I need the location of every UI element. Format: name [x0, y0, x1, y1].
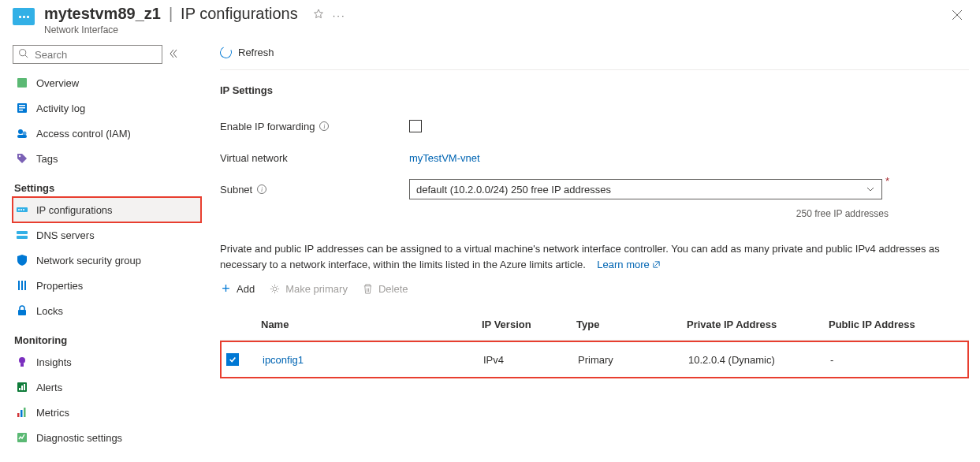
svg-point-12	[20, 209, 22, 211]
sidebar-item-label: Metrics	[36, 407, 69, 419]
svg-point-13	[23, 209, 24, 211]
sidebar-group-title: Monitoring	[14, 334, 201, 346]
virtual-network-link[interactable]: myTestVM-vnet	[409, 152, 480, 164]
row-ip-version: IPv4	[482, 354, 576, 366]
sidebar-item-label: DNS servers	[36, 229, 95, 241]
sidebar-item-dns[interactable]: DNS servers	[13, 222, 201, 248]
page-title: IP configurations	[181, 5, 298, 23]
chevron-down-icon	[866, 184, 875, 194]
svg-rect-19	[18, 310, 26, 315]
sidebar-item-metrics[interactable]: Metrics	[13, 400, 201, 425]
delete-button: Delete	[362, 283, 408, 295]
svg-rect-18	[24, 281, 26, 290]
description-text: Private and public IP addresses can be a…	[220, 243, 940, 270]
more-actions-icon[interactable]: ···	[333, 9, 346, 21]
metrics-icon	[16, 406, 28, 419]
info-icon[interactable]: i	[319, 121, 329, 131]
svg-point-20	[19, 357, 25, 363]
sidebar-item-label: IP configurations	[36, 204, 113, 216]
svg-rect-16	[18, 281, 20, 290]
row-name-link[interactable]: ipconfig1	[261, 354, 482, 366]
info-icon[interactable]: i	[257, 184, 266, 194]
row-type: Primary	[576, 354, 687, 366]
sidebar-item-label: Access control (IAM)	[36, 128, 131, 140]
svg-rect-28	[24, 408, 26, 417]
learn-more-link[interactable]: Learn more	[597, 259, 660, 270]
sidebar-item-label: Insights	[36, 356, 72, 368]
sidebar-item-properties[interactable]: Properties	[13, 273, 201, 298]
refresh-icon	[218, 45, 233, 60]
diag-icon	[16, 431, 28, 444]
ipconfig-icon	[16, 203, 28, 216]
subnet-selected-value: default (10.2.0.0/24) 250 free IP addres…	[416, 184, 611, 196]
svg-point-6	[18, 129, 23, 134]
enable-ip-forwarding-checkbox[interactable]	[409, 120, 422, 132]
col-private-ip: Private IP Address	[685, 319, 827, 330]
sidebar-item-activitylog[interactable]: Activity log	[13, 95, 201, 121]
sidebar-item-nsg[interactable]: Network security group	[13, 248, 201, 273]
sidebar-item-insights[interactable]: Insights	[13, 349, 201, 374]
sidebar-item-alerts[interactable]: Alerts	[13, 374, 201, 400]
subnet-label: Subnet	[220, 184, 252, 196]
sidebar-item-locks[interactable]: Locks	[13, 298, 201, 323]
sidebar-item-overview[interactable]: Overview	[13, 70, 201, 95]
svg-rect-25	[24, 384, 25, 390]
table-row[interactable]: ipconfig1 IPv4 Primary 10.2.0.4 (Dynamic…	[222, 344, 967, 375]
dns-icon	[16, 229, 28, 241]
subnet-dropdown[interactable]: default (10.2.0.0/24) 250 free IP addres…	[409, 179, 882, 199]
svg-rect-4	[19, 107, 25, 109]
svg-rect-5	[19, 110, 23, 111]
svg-point-7	[23, 132, 27, 136]
close-button[interactable]	[947, 5, 967, 28]
sidebar-item-diag[interactable]: Diagnostic settings	[13, 425, 201, 450]
svg-rect-26	[17, 413, 20, 417]
make-primary-button: Make primary	[269, 283, 348, 295]
svg-rect-1	[17, 78, 27, 88]
trash-icon	[362, 283, 374, 295]
svg-rect-15	[17, 236, 28, 239]
col-type: Type	[575, 319, 685, 330]
sidebar-item-ipconfig[interactable]: IP configurations	[13, 197, 201, 222]
add-button[interactable]: + Add	[220, 283, 255, 295]
sidebar-search-input[interactable]	[33, 48, 169, 61]
svg-rect-14	[17, 231, 28, 234]
svg-rect-17	[21, 281, 23, 290]
locks-icon	[16, 304, 28, 317]
alerts-icon	[16, 381, 28, 393]
sidebar-item-tags[interactable]: Tags	[13, 146, 201, 171]
col-ip-version: IP Version	[480, 319, 575, 330]
svg-rect-24	[21, 386, 23, 390]
enable-ip-forwarding-label: Enable IP forwarding	[220, 121, 315, 132]
plus-icon: +	[220, 283, 232, 295]
collapse-sidebar-button[interactable]	[169, 49, 178, 61]
svg-point-0	[20, 50, 26, 56]
svg-point-11	[18, 209, 20, 211]
sidebar-item-label: Network security group	[36, 255, 141, 266]
tags-icon	[16, 152, 28, 165]
favorite-star-icon[interactable]	[312, 8, 325, 23]
col-public-ip: Public IP Address	[827, 319, 953, 330]
sidebar-item-label: Activity log	[36, 102, 85, 114]
sidebar-item-label: Overview	[36, 77, 79, 89]
svg-point-9	[19, 155, 20, 157]
ip-settings-heading: IP Settings	[220, 84, 969, 96]
col-name: Name	[259, 319, 480, 330]
title-separator: |	[169, 5, 173, 23]
activitylog-icon	[16, 102, 28, 114]
svg-rect-3	[19, 105, 25, 106]
sidebar-search[interactable]	[13, 45, 162, 64]
virtual-network-label: Virtual network	[220, 152, 288, 164]
svg-rect-21	[20, 363, 24, 367]
row-checkbox[interactable]	[226, 353, 239, 366]
sidebar-item-label: Tags	[36, 153, 58, 165]
resource-type-label: Network Interface	[44, 24, 346, 35]
table-header: Name IP Version Type Private IP Address …	[220, 309, 969, 341]
sidebar-item-iam[interactable]: Access control (IAM)	[13, 121, 201, 146]
iam-icon	[16, 127, 28, 140]
row-private-ip: 10.2.0.4 (Dynamic)	[687, 354, 829, 366]
sidebar-item-label: Alerts	[36, 382, 62, 393]
svg-rect-8	[17, 135, 27, 138]
refresh-button[interactable]: Refresh	[220, 47, 274, 58]
gear-icon	[269, 283, 281, 295]
refresh-label: Refresh	[238, 47, 274, 58]
